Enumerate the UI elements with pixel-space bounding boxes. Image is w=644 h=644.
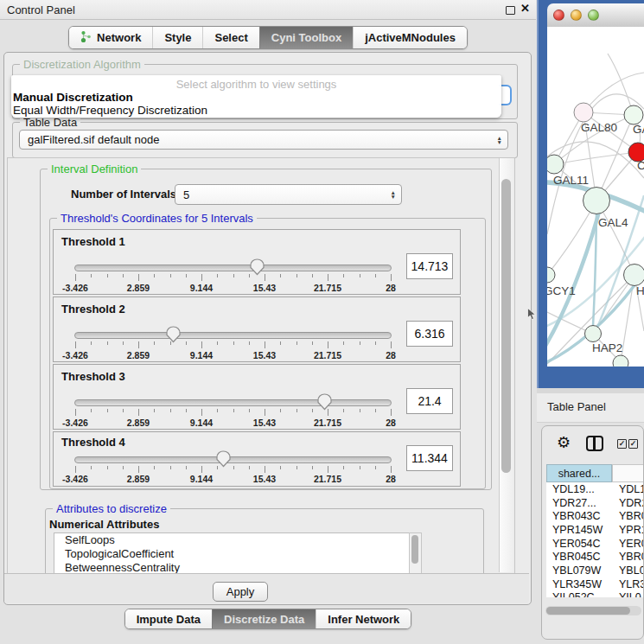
slider-handle[interactable]: [165, 326, 182, 343]
threshold-slider[interactable]: [74, 265, 392, 271]
tab-label: jActiveMNodules: [365, 31, 456, 44]
table-panel: ⚙ ✓ ✓ shared... n YDL19...YDL1 YDR27...Y…: [541, 425, 644, 640]
table-row[interactable]: YBR045CYBR0: [546, 550, 644, 564]
network-node[interactable]: [585, 326, 602, 342]
list-scrollbar[interactable]: [409, 532, 422, 575]
threshold-slider[interactable]: [74, 399, 392, 406]
network-node[interactable]: [624, 105, 643, 124]
tab-cyni-toolbox[interactable]: Cyni Toolbox: [259, 27, 353, 48]
interval-definition-label: Interval Definition: [48, 163, 141, 175]
tab-label: Network: [97, 31, 141, 44]
tab-network[interactable]: Network: [69, 27, 152, 48]
num-intervals-combobox[interactable]: 5 ▲ ▼: [175, 184, 402, 205]
network-node[interactable]: [613, 355, 628, 367]
close-icon[interactable]: ✕: [520, 2, 530, 15]
float-window-icon[interactable]: [506, 6, 515, 15]
network-canvas[interactable]: GAL80 GA C GAL11 GAL4 GCY1 H HAP2: [547, 27, 644, 367]
checkbox-icon[interactable]: ✓: [628, 439, 638, 449]
network-node[interactable]: [574, 103, 593, 122]
list-item[interactable]: TopologicalCoefficient: [54, 547, 421, 561]
network-node[interactable]: [547, 267, 555, 283]
horizontal-scrollbar-thumb[interactable]: [546, 607, 630, 615]
table-data-value: galFiltered.sif default node: [28, 133, 159, 146]
list-scrollbar-thumb[interactable]: [411, 535, 418, 564]
panel-title: Control Panel: [7, 3, 75, 16]
tick-label: 9.144: [190, 418, 213, 428]
table-rows[interactable]: YDL19...YDL1 YDR27...YDR2 YBR043CYBR0 YP…: [546, 482, 644, 597]
cell: YER054C: [546, 538, 613, 550]
split-view-icon[interactable]: [586, 436, 603, 451]
table-row[interactable]: YDL19...YDL1: [546, 482, 644, 496]
threshold-value-field[interactable]: 21.4: [406, 388, 453, 414]
numerical-attributes-label: Numerical Attributes: [49, 518, 159, 531]
tab-infer-network[interactable]: Infer Network: [316, 609, 411, 628]
tick-label: 2.859: [127, 350, 150, 360]
dropdown-option-manual[interactable]: Manual Discretization: [13, 91, 133, 104]
table-row[interactable]: YLR345WYLR3: [546, 577, 644, 591]
network-node[interactable]: [547, 155, 564, 174]
tab-label: Discretize Data: [224, 613, 304, 626]
tick-label: 15.43: [253, 418, 276, 428]
attributes-group-label: Attributes to discretize: [53, 502, 170, 515]
slider-handle[interactable]: [316, 393, 333, 411]
table-data-combobox[interactable]: galFiltered.sif default node ▲ ▼: [19, 130, 508, 150]
network-node[interactable]: [583, 188, 610, 214]
tab-impute-data[interactable]: Impute Data: [125, 609, 212, 628]
table-row[interactable]: YPR145WYPR1: [546, 523, 644, 537]
column-header-shared[interactable]: shared...: [546, 464, 612, 482]
apply-button[interactable]: Apply: [213, 582, 268, 602]
tick-label: -3.426: [62, 474, 88, 484]
column-header-name[interactable]: n: [612, 464, 644, 482]
network-node[interactable]: [624, 265, 644, 286]
threshold-slider[interactable]: [74, 332, 392, 339]
threshold-value-field[interactable]: 14.713: [406, 253, 453, 279]
table-row[interactable]: YBR043CYBR0: [546, 509, 644, 523]
threshold-value-field[interactable]: 11.344: [406, 445, 453, 471]
tab-jactivemnodules[interactable]: jActiveMNodules: [353, 27, 467, 48]
table-row[interactable]: YDR27...YDR2: [546, 496, 644, 510]
table-row[interactable]: YIL052CYIL0: [546, 591, 644, 598]
cell: YER0: [613, 538, 644, 550]
cell: YBL079W: [546, 564, 613, 577]
numerical-attributes-list[interactable]: SelfLoops TopologicalCoefficient Between…: [54, 532, 422, 575]
slider-tick-labels: -3.426 2.859 9.144 15.43 21.715 28: [75, 474, 391, 484]
table-row[interactable]: YER054CYER0: [546, 537, 644, 551]
tab-style[interactable]: Style: [152, 27, 202, 48]
gear-icon[interactable]: ⚙: [557, 433, 571, 452]
threshold-value-field[interactable]: 6.316: [406, 321, 453, 347]
threshold-row: Threshold 3 -3.426 2.859 9.144 15.43 21.…: [53, 364, 461, 430]
cell: YDR2: [613, 497, 644, 509]
vertical-scrollbar[interactable]: [499, 158, 513, 572]
minimize-traffic-light-icon[interactable]: [571, 10, 582, 21]
zoom-traffic-light-icon[interactable]: [588, 10, 599, 21]
tab-select[interactable]: Select: [202, 27, 258, 48]
algorithm-dropdown-popup: Select algorithm to view settings Manual…: [11, 75, 501, 118]
tick-label: 9.144: [190, 350, 213, 360]
checkbox-icon[interactable]: ✓: [617, 439, 627, 449]
cell: YPR1: [613, 524, 644, 536]
vertical-scrollbar-thumb[interactable]: [501, 179, 511, 473]
tick-label: 2.859: [127, 283, 150, 293]
list-item[interactable]: SelfLoops: [54, 533, 421, 547]
dropdown-option-equal-width[interactable]: Equal Width/Frequency Discretization: [13, 104, 207, 117]
stepper-down-icon: ▼: [497, 140, 502, 144]
network-window-titlebar[interactable]: [547, 3, 644, 28]
algorithm-group-label: Discretization Algorithm: [20, 58, 144, 71]
threshold-slider[interactable]: [74, 456, 392, 463]
slider-tick-labels: -3.426 2.859 9.144 15.43 21.715 28: [75, 350, 391, 360]
slider-ticks: [75, 341, 391, 349]
horizontal-scrollbar[interactable]: [545, 606, 641, 615]
close-traffic-light-icon[interactable]: [553, 10, 564, 21]
tab-discretize-data[interactable]: Discretize Data: [212, 609, 316, 628]
slider-handle[interactable]: [249, 258, 265, 276]
network-icon: [80, 30, 92, 46]
threshold-row: Threshold 2 -3.426 2.859 9.144 15.43 21.…: [53, 296, 461, 362]
node-label: C: [637, 159, 644, 172]
cell: YBR043C: [546, 510, 613, 522]
table-row[interactable]: YBL079WYBL0: [546, 564, 644, 577]
node-label: GA: [633, 123, 644, 136]
node-label: GAL4: [598, 216, 628, 229]
slider-handle[interactable]: [215, 450, 232, 468]
table-panel-titlebar: Table Panel: [537, 393, 644, 423]
node-label: H: [636, 284, 644, 297]
